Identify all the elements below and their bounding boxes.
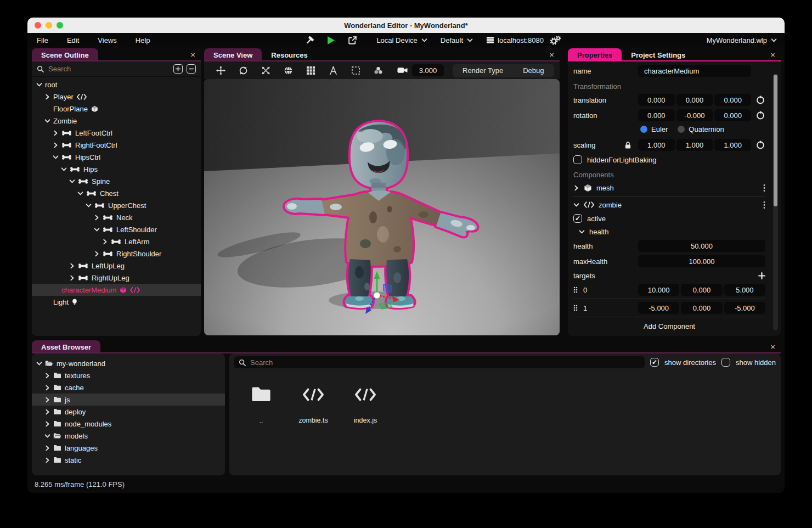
- tab-scene-outline[interactable]: Scene Outline: [32, 48, 98, 61]
- chevron-down-icon[interactable]: [44, 433, 50, 439]
- scene-node-Spine[interactable]: Spine: [32, 175, 201, 187]
- close-panel-icon[interactable]: ×: [770, 50, 775, 59]
- chevron-right-icon[interactable]: [44, 373, 50, 379]
- asset-folder-cache[interactable]: cache: [32, 381, 225, 394]
- tab-properties[interactable]: Properties: [568, 48, 622, 61]
- euler-radio[interactable]: [640, 126, 647, 133]
- chevron-down-icon[interactable]: [69, 178, 75, 184]
- asset-folder-static[interactable]: static: [32, 454, 225, 466]
- chevron-down-icon[interactable]: [36, 361, 42, 367]
- translation-z-input[interactable]: 0.000: [714, 94, 751, 106]
- tab-resources[interactable]: Resources: [262, 48, 317, 61]
- play-button[interactable]: [326, 36, 336, 45]
- scene-node-UpperChest[interactable]: UpperChest: [32, 199, 201, 211]
- chevron-right-icon[interactable]: [94, 251, 100, 257]
- scene-node-Zombie[interactable]: Zombie: [32, 115, 201, 127]
- device-selector[interactable]: Local Device: [376, 36, 427, 44]
- chevron-down-icon[interactable]: [86, 203, 92, 209]
- rotation-z-input[interactable]: 0.000: [714, 109, 751, 121]
- menu-edit[interactable]: Edit: [58, 36, 88, 44]
- profile-selector[interactable]: Default: [441, 36, 473, 44]
- build-hammer-icon[interactable]: [305, 36, 314, 45]
- chevron-right-icon[interactable]: [94, 215, 100, 221]
- view-globe-icon[interactable]: [284, 66, 293, 75]
- asset-search-bar[interactable]: Search: [234, 356, 645, 368]
- mesh-component-row[interactable]: mesh: [573, 181, 765, 195]
- max-health-input[interactable]: 100.000: [638, 255, 765, 267]
- chevron-down-icon[interactable]: [61, 166, 67, 172]
- scaling-y-input[interactable]: 1.000: [676, 139, 713, 151]
- zombie-component-row[interactable]: zombie: [573, 198, 765, 212]
- scene-node-FloorPlane[interactable]: FloorPlane: [32, 103, 201, 115]
- rotation-y-input[interactable]: -0.000: [676, 109, 713, 121]
- scene-node-RightShoulder[interactable]: RightShoulder: [32, 248, 201, 260]
- translation-y-input[interactable]: 0.000: [676, 94, 713, 106]
- chevron-down-icon[interactable]: [77, 190, 83, 196]
- chevron-down-icon[interactable]: [94, 227, 100, 233]
- add-component-button[interactable]: Add Component: [573, 318, 765, 334]
- 3d-viewport[interactable]: [204, 79, 560, 335]
- health-input[interactable]: 50.000: [638, 240, 765, 252]
- physics-spheres-icon[interactable]: [374, 66, 383, 75]
- active-checkbox[interactable]: ✓: [573, 214, 582, 223]
- add-target-icon[interactable]: [758, 272, 765, 279]
- scene-node-Neck[interactable]: Neck: [32, 211, 201, 223]
- project-file-selector[interactable]: MyWonderland.wlp: [707, 36, 785, 44]
- target-1-value-1[interactable]: 0.000: [681, 302, 722, 314]
- target-0-value-1[interactable]: 0.000: [681, 284, 722, 296]
- scene-node-RightFootCtrl[interactable]: RightFootCtrl: [32, 139, 201, 151]
- scene-node-RightUpLeg[interactable]: RightUpLeg: [32, 272, 201, 284]
- scale-tool-icon[interactable]: [261, 66, 270, 75]
- show-hidden-checkbox[interactable]: [721, 358, 730, 367]
- file-item-..[interactable]: ..: [244, 385, 279, 425]
- minimize-window-button[interactable]: [46, 22, 52, 29]
- chevron-right-icon[interactable]: [69, 263, 75, 269]
- chevron-down-icon[interactable]: [53, 154, 59, 160]
- close-panel-icon[interactable]: ×: [549, 50, 554, 59]
- drag-handle-icon[interactable]: [573, 305, 578, 311]
- quaternion-radio[interactable]: [678, 126, 685, 133]
- collapse-all-button[interactable]: [187, 64, 196, 74]
- scene-node-HipsCtrl[interactable]: HipsCtrl: [32, 151, 201, 163]
- chevron-down-icon[interactable]: [579, 229, 585, 235]
- scene-node-LeftArm[interactable]: LeftArm: [32, 235, 201, 248]
- scaling-x-input[interactable]: 1.000: [638, 139, 675, 151]
- target-0-value-2[interactable]: 5.000: [724, 284, 765, 296]
- file-item-index.js[interactable]: index.js: [348, 385, 383, 425]
- chevron-right-icon[interactable]: [53, 142, 59, 148]
- target-0-value-0[interactable]: 10.000: [638, 284, 679, 296]
- asset-search-input[interactable]: Search: [250, 358, 640, 367]
- reset-translation-icon[interactable]: [756, 96, 765, 105]
- close-window-button[interactable]: [35, 22, 41, 29]
- tab-project-settings[interactable]: Project Settings: [622, 48, 695, 61]
- measure-tool-icon[interactable]: [329, 66, 338, 75]
- scene-node-Player[interactable]: Player: [32, 91, 201, 103]
- server-address[interactable]: localhost:8080: [486, 36, 544, 44]
- asset-folder-node_modules[interactable]: node_modules: [32, 418, 225, 430]
- tab-asset-browser[interactable]: Asset Browser: [32, 340, 100, 353]
- chevron-right-icon[interactable]: [44, 385, 50, 391]
- grid-icon[interactable]: [306, 66, 315, 75]
- health-group-row[interactable]: health: [573, 225, 765, 238]
- scene-node-LeftFootCtrl[interactable]: LeftFootCtrl: [32, 127, 201, 139]
- chevron-down-icon[interactable]: [36, 82, 42, 88]
- chevron-right-icon[interactable]: [44, 409, 50, 415]
- tab-scene-view[interactable]: Scene View: [204, 48, 262, 61]
- scaling-z-input[interactable]: 1.000: [714, 139, 751, 151]
- chevron-right-icon[interactable]: [44, 457, 50, 463]
- show-directories-checkbox[interactable]: ✓: [650, 358, 659, 367]
- hidden-for-light-baking-checkbox[interactable]: [573, 155, 582, 164]
- camera-icon[interactable]: [397, 66, 408, 74]
- search-input[interactable]: Search: [48, 65, 170, 73]
- rotation-x-input[interactable]: 0.000: [638, 109, 675, 121]
- asset-folder-deploy[interactable]: deploy: [32, 406, 225, 418]
- chevron-right-icon[interactable]: [44, 94, 50, 100]
- close-panel-icon[interactable]: ×: [770, 342, 775, 351]
- asset-folder-languages[interactable]: languages: [32, 442, 225, 454]
- scene-node-Chest[interactable]: Chest: [32, 187, 201, 199]
- file-item-zombie.ts[interactable]: zombie.ts: [296, 385, 331, 425]
- scene-search-bar[interactable]: Search: [32, 61, 201, 77]
- reset-scaling-icon[interactable]: [756, 141, 765, 150]
- scene-node-characterMedium[interactable]: characterMedium: [32, 284, 201, 296]
- chevron-right-icon[interactable]: [102, 239, 108, 245]
